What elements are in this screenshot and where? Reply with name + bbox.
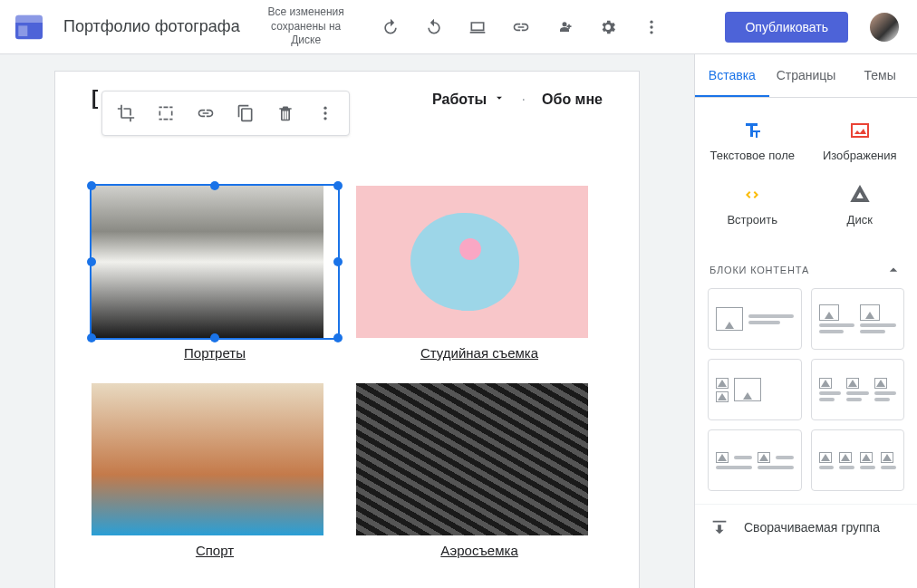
nav-works[interactable]: Работы bbox=[432, 92, 506, 108]
tab-insert[interactable]: Вставка bbox=[695, 54, 769, 97]
side-panel: Вставка Страницы Темы Текстовое поле Изо… bbox=[694, 54, 917, 588]
svg-point-5 bbox=[650, 31, 652, 34]
toolbar bbox=[372, 9, 670, 45]
gallery-caption[interactable]: Аэросъемка bbox=[440, 543, 517, 558]
gallery-image[interactable] bbox=[92, 186, 323, 338]
insert-embed-label: Встроить bbox=[727, 213, 777, 227]
app-icon[interactable] bbox=[11, 9, 47, 45]
content-blocks-header[interactable]: БЛОКИ КОНТЕНТА bbox=[695, 248, 917, 288]
insert-embed[interactable]: Встроить bbox=[699, 175, 806, 239]
gallery-caption[interactable]: Спорт bbox=[196, 543, 234, 558]
gallery-item-aero[interactable]: Аэросъемка bbox=[356, 383, 603, 559]
side-tabs: Вставка Страницы Темы bbox=[695, 54, 917, 98]
insert-collapsible-group[interactable]: Сворачиваемая группа bbox=[695, 504, 917, 550]
document-title[interactable]: Портфолио фотографа bbox=[63, 17, 240, 36]
gallery-caption[interactable]: Портреты bbox=[184, 345, 246, 361]
svg-point-3 bbox=[650, 20, 652, 23]
more-options-button[interactable] bbox=[307, 95, 343, 131]
insert-images-label: Изображения bbox=[823, 149, 897, 162]
chevron-up-icon bbox=[884, 261, 903, 279]
collapsible-icon bbox=[709, 517, 729, 537]
svg-rect-2 bbox=[18, 25, 27, 36]
gallery-caption[interactable]: Студийная съемка bbox=[420, 345, 538, 361]
content-blocks-grid bbox=[695, 288, 917, 504]
insert-grid: Текстовое поле Изображения Встроить Диск bbox=[695, 98, 917, 248]
gallery-image[interactable] bbox=[356, 383, 588, 535]
insert-textbox[interactable]: Текстовое поле bbox=[699, 111, 806, 175]
tab-themes[interactable]: Темы bbox=[843, 54, 917, 97]
content-blocks-label: БЛОКИ КОНТЕНТА bbox=[709, 265, 809, 275]
block-template-6[interactable] bbox=[811, 429, 905, 491]
delete-button[interactable] bbox=[267, 95, 304, 131]
image-icon bbox=[849, 120, 871, 141]
svg-rect-1 bbox=[15, 14, 43, 22]
svg-rect-9 bbox=[852, 124, 868, 137]
block-template-3[interactable] bbox=[708, 359, 802, 420]
settings-button[interactable] bbox=[590, 9, 626, 45]
account-avatar[interactable] bbox=[870, 13, 899, 42]
insert-textbox-label: Текстовое поле bbox=[710, 149, 795, 162]
resize-handle[interactable] bbox=[333, 257, 343, 266]
save-status: Все изменения сохранены на Диске bbox=[265, 5, 347, 48]
link-button[interactable] bbox=[503, 9, 539, 45]
insert-drive-label: Диск bbox=[847, 213, 873, 227]
insert-drive[interactable]: Диск bbox=[806, 175, 914, 239]
svg-point-4 bbox=[650, 25, 652, 28]
block-template-2[interactable] bbox=[811, 288, 905, 350]
publish-button[interactable]: Опубликовать bbox=[725, 12, 848, 43]
canvas-area[interactable]: [ И Работы · Обо мне bbox=[0, 54, 694, 588]
redo-button[interactable] bbox=[416, 9, 452, 45]
undo-button[interactable] bbox=[372, 9, 409, 45]
text-icon bbox=[741, 120, 763, 141]
uncrop-button[interactable] bbox=[148, 95, 184, 131]
collapsible-label: Сворачиваемая группа bbox=[744, 520, 880, 535]
nav-about[interactable]: Обо мне bbox=[542, 92, 603, 108]
gallery-item-sport[interactable]: Спорт bbox=[92, 383, 338, 559]
gallery: Портреты Студийная съемка Спорт Аэросъем… bbox=[55, 110, 639, 588]
block-template-5[interactable] bbox=[708, 429, 802, 491]
crop-button[interactable] bbox=[108, 95, 144, 131]
nav-separator: · bbox=[522, 92, 526, 108]
more-button[interactable] bbox=[633, 9, 670, 45]
copy-button[interactable] bbox=[227, 95, 264, 131]
resize-handle[interactable] bbox=[333, 333, 343, 342]
nav-works-label: Работы bbox=[432, 92, 487, 107]
svg-point-8 bbox=[323, 117, 326, 120]
svg-point-6 bbox=[323, 107, 326, 110]
drive-icon bbox=[849, 184, 871, 206]
top-bar: Портфолио фотографа Все изменения сохран… bbox=[0, 0, 917, 54]
gallery-image[interactable] bbox=[92, 383, 323, 535]
page[interactable]: [ И Работы · Обо мне bbox=[54, 71, 640, 588]
insert-link-button[interactable] bbox=[188, 95, 224, 131]
gallery-image[interactable] bbox=[356, 186, 588, 338]
embed-icon bbox=[741, 184, 763, 206]
svg-point-7 bbox=[323, 111, 326, 114]
block-template-4[interactable] bbox=[811, 359, 905, 420]
image-float-toolbar bbox=[101, 91, 350, 136]
resize-handle[interactable] bbox=[333, 181, 343, 190]
chevron-down-icon bbox=[493, 92, 506, 104]
block-template-1[interactable] bbox=[708, 288, 802, 350]
share-button[interactable] bbox=[546, 9, 583, 45]
tab-pages[interactable]: Страницы bbox=[769, 54, 844, 97]
preview-button[interactable] bbox=[459, 9, 496, 45]
gallery-item-studio[interactable]: Студийная съемка bbox=[356, 186, 603, 361]
gallery-item-portraits[interactable]: Портреты bbox=[92, 186, 338, 361]
insert-images[interactable]: Изображения bbox=[806, 111, 914, 175]
